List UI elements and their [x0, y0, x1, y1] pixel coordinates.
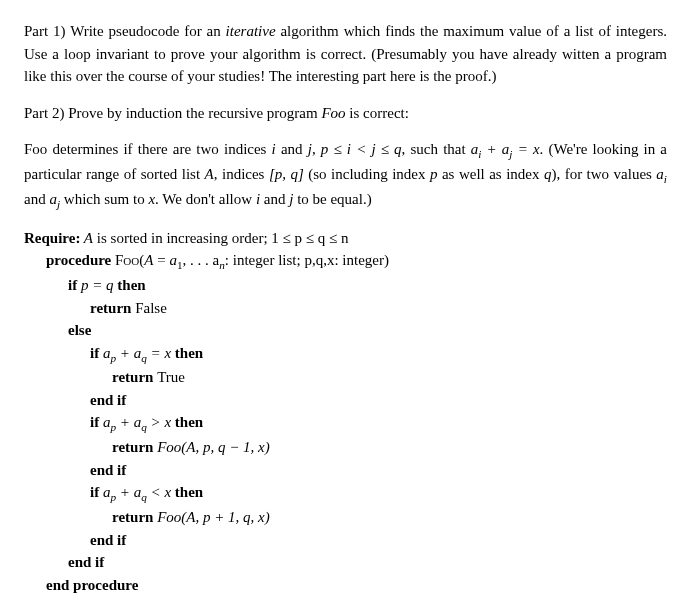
endif-2: end if [24, 459, 667, 482]
part2-text1: Prove by induction the recursive program [68, 105, 321, 121]
desc-text2: , indices [214, 166, 269, 182]
endif-3: end if [24, 529, 667, 552]
return-foo2-line: return Foo(A, p + 1, q, x) [24, 506, 667, 529]
plus-aq: + a [116, 345, 141, 361]
return-true-line: return True [24, 366, 667, 389]
proc-args: (A = a1, . . . an: integer list; p,q,x: … [139, 252, 389, 268]
true-value: True [157, 369, 185, 385]
foo-name: Foo [321, 105, 345, 121]
proc-args2: , . . . a [183, 252, 220, 268]
desc-text7: . We don't allow [155, 191, 256, 207]
procedure-name: Foo [115, 252, 139, 268]
proc-a1: a [169, 252, 177, 268]
var-ai: a [656, 166, 664, 182]
desc-text8: to be equal.) [293, 191, 371, 207]
desc-text4: as well as index [437, 166, 543, 182]
require-label: Require: [24, 230, 80, 246]
desc-text3: (so including index [304, 166, 430, 182]
return-false-line: return False [24, 297, 667, 320]
if1-cond: p = q [81, 277, 114, 293]
foo-call-2-args: (A, p + 1, q, x) [181, 509, 269, 525]
desc-comma: , [312, 141, 321, 157]
end-procedure-line: end procedure [24, 574, 667, 597]
if-eq-line: if ap + aq = x then [24, 342, 667, 367]
ai-sub: i [664, 173, 667, 185]
algorithm-block: Require: A is sorted in increasing order… [24, 227, 667, 597]
part2-paragraph: Part 2) Prove by induction the recursive… [24, 102, 667, 125]
if-keyword-2: if [90, 345, 103, 361]
foo-call-1: Foo [157, 439, 181, 455]
then-keyword: then [114, 277, 146, 293]
part1-paragraph: Part 1) Write pseudocode for an iterativ… [24, 20, 667, 88]
return-keyword-4: return [112, 509, 157, 525]
then-keyword-4: then [171, 484, 203, 500]
part1-label: Part 1) [24, 23, 70, 39]
part2-text2: is correct: [346, 105, 409, 121]
foo-call-2: Foo [157, 509, 181, 525]
endif-keyword-3: end if [90, 532, 126, 548]
gt-x: > x [147, 414, 171, 430]
endif-1: end if [24, 389, 667, 412]
else-keyword: else [68, 322, 91, 338]
proc-A: A [144, 252, 153, 268]
var-A: A [205, 166, 214, 182]
var-aj: a [49, 191, 57, 207]
desc-such: , such that [402, 141, 471, 157]
endif-keyword: end if [90, 392, 126, 408]
description-paragraph: Foo determines if there are two indices … [24, 138, 667, 213]
else-line: else [24, 319, 667, 342]
endif-keyword-4: end if [68, 554, 104, 570]
endif-keyword-2: end if [90, 462, 126, 478]
desc-text: Foo determines if there are two indices [24, 141, 272, 157]
return-keyword-2: return [112, 369, 157, 385]
if-keyword-4: if [90, 484, 103, 500]
desc-text6: which sum to [60, 191, 148, 207]
require-line: Require: A is sorted in increasing order… [24, 227, 667, 250]
procedure-line: procedure Foo(A = a1, . . . an: integer … [24, 249, 667, 274]
procedure-keyword: procedure [46, 252, 115, 268]
iterative-word: iterative [226, 23, 276, 39]
endif-outer: end if [24, 551, 667, 574]
lt-x: < x [147, 484, 171, 500]
require-A: A [80, 230, 93, 246]
desc-and1: and [276, 141, 308, 157]
part1-text1: Write pseudocode for an [70, 23, 225, 39]
return-keyword-3: return [112, 439, 157, 455]
foo-call-1-args: (A, p, q − 1, x) [181, 439, 269, 455]
end-procedure-keyword: end procedure [46, 577, 138, 593]
return-keyword: return [90, 300, 135, 316]
desc-and3: and [260, 191, 289, 207]
range-pq: [p, q] [269, 166, 304, 182]
eq-x-cond: = x [147, 345, 171, 361]
cond-expr: p ≤ i < j ≤ q [321, 141, 402, 157]
plus-aq-3: + a [116, 484, 141, 500]
if-lt-line: if ap + aq < x then [24, 481, 667, 506]
part2-label: Part 2) [24, 105, 68, 121]
proc-args3: : integer list; p,q,x: integer) [225, 252, 389, 268]
require-text2: is sorted in increasing order; [93, 230, 271, 246]
eq-x: = x [512, 141, 539, 157]
false-value: False [135, 300, 167, 316]
plus-a: + a [481, 141, 509, 157]
if-keyword-3: if [90, 414, 103, 430]
plus-aq-2: + a [116, 414, 141, 430]
if-pq-line: if p = q then [24, 274, 667, 297]
if-keyword: if [68, 277, 81, 293]
then-keyword-2: then [171, 345, 203, 361]
desc-and2: and [24, 191, 49, 207]
return-foo1-line: return Foo(A, p, q − 1, x) [24, 436, 667, 459]
desc-text5: ), for two values [551, 166, 656, 182]
then-keyword-3: then [171, 414, 203, 430]
require-cond: 1 ≤ p ≤ q ≤ n [271, 230, 348, 246]
if-gt-line: if ap + aq > x then [24, 411, 667, 436]
